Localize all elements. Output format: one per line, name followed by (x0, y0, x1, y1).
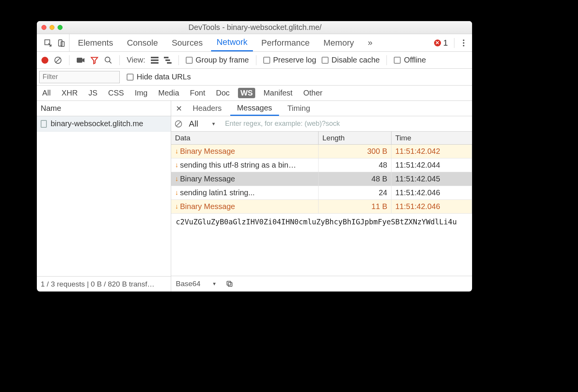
close-detail-button[interactable]: ✕ (173, 104, 184, 113)
error-count-value: 1 (443, 38, 448, 48)
svg-rect-5 (77, 58, 83, 63)
zoom-window-button[interactable] (58, 25, 63, 30)
message-payload[interactable]: c2VuZGluZyB0aGlzIHV0Zi04IHN0cmluZyBhcyBh… (171, 214, 472, 276)
col-header-time[interactable]: Time (391, 132, 472, 144)
type-filter-other[interactable]: Other (301, 88, 325, 98)
col-header-data[interactable]: Data (171, 132, 319, 144)
svg-rect-12 (165, 59, 170, 61)
arrow-down-icon: ↓ (175, 189, 178, 197)
arrow-down-icon: ↓ (175, 203, 178, 211)
svg-rect-13 (167, 62, 172, 64)
subtab-timing[interactable]: Timing (281, 101, 317, 116)
filter-icon[interactable] (90, 56, 99, 64)
search-icon[interactable] (104, 56, 112, 64)
subtab-headers[interactable]: Headers (186, 101, 229, 116)
svg-line-4 (56, 58, 61, 63)
type-filter-bar: All XHR JS CSS Img Media Font Doc WS Man… (37, 86, 472, 101)
type-filter-css[interactable]: CSS (106, 88, 126, 98)
offline-checkbox[interactable]: Offline (394, 56, 426, 64)
tab-performance[interactable]: Performance (256, 34, 315, 51)
encoding-bar: Base64 ▼ (171, 276, 472, 292)
svg-rect-11 (164, 57, 168, 58)
message-time: 11:51:42.042 (391, 145, 472, 158)
filter-input[interactable] (39, 71, 120, 83)
camera-icon[interactable] (76, 57, 85, 64)
request-row[interactable]: binary-websocket.glitch.me (37, 116, 171, 132)
message-text: Binary Message (180, 175, 235, 183)
minimize-window-button[interactable] (50, 25, 54, 30)
messages-filter-bar: All ▼ (171, 116, 472, 132)
close-window-button[interactable] (41, 25, 46, 30)
svg-rect-2 (61, 41, 64, 46)
regex-input[interactable] (222, 118, 469, 130)
message-length: 24 (319, 186, 391, 199)
tab-sources[interactable]: Sources (166, 34, 208, 51)
clear-icon[interactable] (54, 56, 62, 64)
message-row[interactable]: ↓sending this utf-8 string as a bin…4811… (171, 158, 472, 172)
devtools-window: DevTools - binary-websocket.glitch.me/ E… (37, 21, 472, 292)
device-toggle-icon[interactable] (57, 39, 65, 47)
svg-rect-8 (151, 57, 159, 58)
view-label: View: (127, 56, 145, 64)
arrow-down-icon: ↓ (175, 161, 178, 169)
chevron-down-icon: ▼ (211, 121, 216, 127)
network-toolbar: View: Group by frame Preserve log Disabl… (37, 52, 472, 69)
message-row[interactable]: ↓Binary Message48 B11:51:42.045 (171, 172, 472, 186)
svg-rect-9 (151, 59, 159, 61)
arrow-down-icon: ↓ (175, 175, 178, 183)
preserve-log-checkbox[interactable]: Preserve log (263, 56, 316, 64)
name-column-header[interactable]: Name (37, 101, 171, 116)
svg-line-15 (176, 121, 181, 126)
window-controls (41, 25, 63, 30)
group-by-frame-checkbox[interactable]: Group by frame (186, 56, 249, 64)
encoding-select[interactable]: Base64 ▼ (176, 280, 216, 288)
error-icon: ✕ (434, 40, 441, 46)
type-filter-doc[interactable]: Doc (214, 88, 232, 98)
message-row[interactable]: ↓Binary Message11 B11:51:42.046 (171, 200, 472, 214)
type-filter-xhr[interactable]: XHR (59, 88, 80, 98)
message-length: 300 B (319, 145, 391, 158)
detail-subtabs: ✕ Headers Messages Timing (171, 101, 472, 116)
disable-cache-checkbox[interactable]: Disable cache (322, 56, 380, 64)
copy-icon[interactable] (226, 280, 233, 288)
message-time: 11:51:42.046 (391, 186, 472, 199)
hide-data-urls-checkbox[interactable]: Hide data URLs (127, 72, 191, 81)
type-filter-font[interactable]: Font (188, 88, 208, 98)
svg-rect-17 (227, 281, 231, 285)
message-text: Binary Message (180, 202, 235, 211)
message-time: 11:51:42.045 (391, 172, 472, 186)
message-row[interactable]: ↓Binary Message300 B11:51:42.042 (171, 145, 472, 158)
request-name: binary-websocket.glitch.me (51, 119, 143, 128)
col-header-length[interactable]: Length (319, 132, 391, 144)
filter-bar: Hide data URLs (37, 69, 472, 86)
clear-messages-icon[interactable] (174, 120, 183, 128)
svg-line-7 (109, 61, 112, 63)
type-filter-all[interactable]: All (40, 88, 53, 98)
settings-menu-icon[interactable] (460, 37, 467, 49)
svg-rect-10 (151, 62, 159, 64)
type-filter-manifest[interactable]: Manifest (261, 88, 295, 98)
type-filter-img[interactable]: Img (132, 88, 150, 98)
svg-rect-16 (228, 283, 232, 287)
message-time: 11:51:42.046 (391, 200, 472, 213)
tab-memory[interactable]: Memory (318, 34, 359, 51)
large-rows-icon[interactable] (151, 57, 159, 64)
waterfall-icon[interactable] (164, 57, 172, 64)
type-filter-ws[interactable]: WS (238, 88, 255, 98)
tab-elements[interactable]: Elements (73, 34, 119, 51)
message-type-select[interactable]: All ▼ (186, 119, 219, 129)
type-filter-media[interactable]: Media (156, 88, 181, 98)
tab-network[interactable]: Network (211, 34, 253, 51)
subtab-messages[interactable]: Messages (230, 101, 279, 116)
error-count[interactable]: ✕ 1 (431, 38, 451, 48)
tabs-overflow[interactable]: » (362, 34, 378, 51)
chevron-down-icon: ▼ (212, 281, 216, 287)
record-button[interactable] (41, 57, 48, 64)
messages-list: ↓Binary Message300 B11:51:42.042↓sending… (171, 145, 472, 214)
inspect-icon[interactable] (44, 39, 52, 47)
type-filter-js[interactable]: JS (86, 88, 99, 98)
message-row[interactable]: ↓sending latin1 string...2411:51:42.046 (171, 186, 472, 200)
tab-console[interactable]: Console (122, 34, 163, 51)
main-tabs-bar: Elements Console Sources Network Perform… (37, 34, 472, 52)
window-title: DevTools - binary-websocket.glitch.me/ (63, 23, 448, 32)
